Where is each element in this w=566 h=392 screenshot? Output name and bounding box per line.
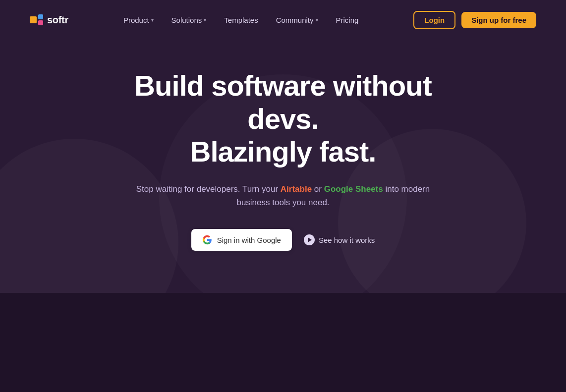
chevron-down-icon: ▾ [316,17,318,23]
nav-item-solutions[interactable]: Solutions ▾ [165,13,214,27]
logo-icon [30,16,43,23]
hero-subtitle: Stop waiting for developers. Turn your A… [134,182,432,209]
watch-video-button[interactable]: See how it works [304,234,375,245]
login-button[interactable]: Login [413,11,455,29]
play-circle-icon [304,234,315,245]
nav-item-templates[interactable]: Templates [217,13,265,27]
logo[interactable]: softr [30,14,68,26]
bottom-band [0,293,566,392]
airtable-link[interactable]: Airtable [281,184,312,194]
logo-square-blue [38,14,43,19]
logo-text: softr [47,14,68,26]
chevron-down-icon: ▾ [204,17,206,23]
logo-square-yellow [30,16,37,23]
navbar: softr Product ▾ Solutions ▾ Templates Co… [0,0,566,40]
nav-item-pricing[interactable]: Pricing [329,13,366,27]
signup-button[interactable]: Sign up for free [461,12,536,28]
google-sheets-link[interactable]: Google Sheets [324,184,383,194]
play-triangle-icon [308,237,312,242]
hero-section: Build software without devs. Blazingly f… [0,40,566,251]
google-signin-button[interactable]: Sign in with Google [191,229,292,251]
nav-actions: Login Sign up for free [413,11,536,29]
logo-square-pink [38,20,43,25]
google-icon [202,235,212,245]
hero-title: Build software without devs. Blazingly f… [97,69,469,168]
chevron-down-icon: ▾ [151,17,154,23]
nav-item-product[interactable]: Product ▾ [116,13,161,27]
nav-links: Product ▾ Solutions ▾ Templates Communit… [116,13,366,27]
nav-item-community[interactable]: Community ▾ [269,13,325,27]
hero-actions: Sign in with Google See how it works [191,229,375,251]
